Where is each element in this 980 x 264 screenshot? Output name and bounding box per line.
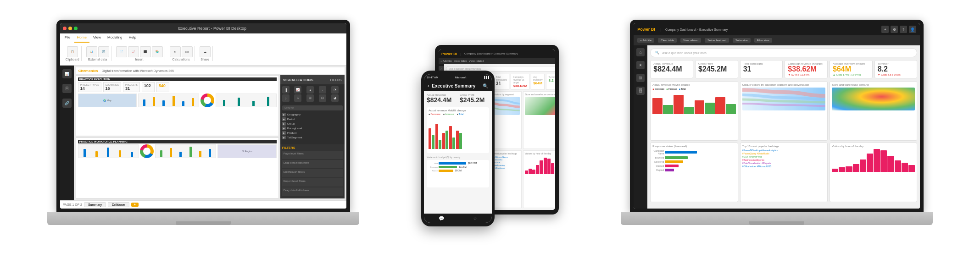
- summary-tab[interactable]: Summary: [84, 202, 106, 207]
- svc-mom-bars: [652, 91, 735, 114]
- phone-signal-icon: ▐▐▐: [483, 76, 489, 79]
- workforce-bar-2[interactable]: [155, 144, 216, 158]
- group-icon: ▶: [282, 122, 286, 126]
- field-tailsegment[interactable]: ▶ TailSegment: [282, 135, 343, 140]
- refresh-button[interactable]: 🔄: [98, 46, 109, 57]
- report-drag-zone[interactable]: Drag data fields here: [282, 187, 343, 196]
- kpi-540: 540: [156, 82, 169, 92]
- laptop-left-screen-housing: Executive Report - Power BI Desktop File…: [56, 20, 350, 212]
- toolbar-set-featured[interactable]: Set as featured: [705, 38, 729, 43]
- field-pricinglabel[interactable]: ▶ PricingLevel: [282, 126, 343, 131]
- toolbar-subscribe[interactable]: Subscribe: [733, 38, 751, 43]
- page-filter-zone[interactable]: Page level filters: [282, 151, 343, 159]
- tablet-topbar: Power BI | Company Dashboard > Executive…: [439, 50, 555, 58]
- fields-search-input[interactable]: [282, 105, 343, 110]
- viz-table[interactable]: ⊞: [306, 94, 314, 102]
- publish-button[interactable]: ☁: [200, 46, 211, 57]
- canvas-subtitle: Digital transformation with Microsoft Dy…: [102, 69, 174, 72]
- bar-chart-1[interactable]: [138, 94, 199, 107]
- toolbar-item-3[interactable]: View related: [469, 60, 484, 62]
- new-page-button[interactable]: 📄: [116, 46, 127, 57]
- search-icon[interactable]: 🔍: [483, 83, 488, 88]
- phone-screen: 10:47 AM Microsoft ▐▐▐ ‹ Executive Summa…: [424, 74, 492, 223]
- viz-panel-header: VISUALIZATIONS FIELDS: [280, 75, 345, 84]
- workforce-section: PRACTICE WORKFORCE PLANNING: [76, 138, 279, 198]
- workforce-map[interactable]: 🗺 Region: [217, 144, 277, 158]
- viz-matrix[interactable]: ⊟: [319, 94, 326, 102]
- paste-button[interactable]: 📋: [67, 46, 78, 57]
- bar-chart-2[interactable]: [216, 94, 277, 107]
- minimize-dot[interactable]: [68, 27, 72, 30]
- donut-chart-2[interactable]: [140, 144, 154, 158]
- drillthrough-zone[interactable]: Drillthrough filters: [282, 169, 343, 177]
- laptop-right: Power BI | Company Dashboard > Executive…: [621, 20, 933, 244]
- service-apps-icon[interactable]: ⊞: [636, 74, 645, 82]
- mom-legend: ■ Decrease ■ Increase ■ Total: [652, 88, 735, 90]
- user-icon[interactable]: 👤: [909, 26, 916, 33]
- maximize-dot[interactable]: [74, 27, 78, 30]
- tablet-kpi-campaign-rev: Campaign revenue vs target $38.62M: [511, 74, 529, 90]
- workforce-bar-1[interactable]: [78, 144, 139, 158]
- viz-pie[interactable]: ◔: [331, 86, 339, 94]
- toolbar-item-2[interactable]: Clear table: [454, 60, 467, 62]
- phone-time: 10:47 AM: [427, 76, 438, 79]
- viz-scatter[interactable]: ◦: [319, 86, 326, 94]
- kpi-countries: COUNTRIES 16: [103, 82, 121, 92]
- workforce-charts: 🗺 Region: [78, 144, 277, 158]
- toolbar-item-1[interactable]: + Add tile: [440, 60, 452, 62]
- close-dot[interactable]: [63, 27, 67, 30]
- visuals-button[interactable]: 📈: [128, 46, 139, 57]
- help-icon[interactable]: ?: [900, 26, 907, 33]
- phone-body: 10:47 AM Microsoft ▐▐▐ ‹ Executive Summa…: [421, 71, 495, 226]
- viz-funnel[interactable]: ▽: [294, 94, 301, 102]
- viz-donut[interactable]: ○: [282, 94, 290, 102]
- world-map-chart[interactable]: 🌍 Map: [78, 94, 137, 107]
- laptop-right-base: [621, 212, 933, 225]
- sidebar-data-icon[interactable]: 🗄: [62, 84, 72, 93]
- service-home-icon[interactable]: ⌂: [636, 48, 645, 56]
- add-page-button[interactable]: +: [131, 203, 139, 207]
- tab-home[interactable]: Home: [74, 34, 89, 43]
- field-group[interactable]: ▶ Group: [282, 121, 343, 126]
- phone-chart-title: Actual revenue MoM% change: [429, 109, 487, 112]
- toolbar-clear-table[interactable]: Clear table: [658, 38, 677, 43]
- shapes-button[interactable]: ⬛: [140, 46, 151, 57]
- sidebar-report-icon[interactable]: 📊: [62, 69, 72, 78]
- tab-help[interactable]: Help: [126, 34, 139, 43]
- calc-label: Calculations: [173, 58, 190, 61]
- tab-view[interactable]: View: [90, 34, 104, 43]
- add-tile-icon[interactable]: +: [881, 26, 889, 33]
- service-breadcrumb: Company Dashboard > Executive Summary: [665, 28, 879, 31]
- toolbar-add-tile[interactable]: + Add tile: [637, 38, 654, 43]
- qa-bar[interactable]: 🔍 Ask a question about your data: [650, 48, 917, 57]
- report-filter-zone[interactable]: Report level filters: [282, 178, 343, 187]
- service-fav-icon[interactable]: ★: [636, 61, 645, 69]
- viz-gauge[interactable]: ◕: [331, 94, 339, 102]
- sidebar-model-icon[interactable]: 🔗: [62, 99, 72, 108]
- comment-icon[interactable]: 💬: [439, 216, 444, 221]
- new-column-button[interactable]: col: [182, 46, 193, 57]
- field-product[interactable]: ▶ Product: [282, 131, 343, 135]
- back-icon[interactable]: ‹: [428, 83, 429, 88]
- get-data-button[interactable]: 📊: [86, 46, 97, 57]
- field-period[interactable]: ▶ Period: [282, 117, 343, 121]
- phone-second-chart: USA $82.22M Germany $11.6M: [427, 160, 489, 187]
- drilldown-tab[interactable]: Drilldown: [108, 202, 129, 207]
- service-data-icon[interactable]: 🗄: [636, 87, 645, 95]
- page-drag-zone[interactable]: Drag data fields here: [282, 160, 343, 168]
- favorite-icon[interactable]: ☆: [473, 216, 477, 221]
- viz-bar[interactable]: ▐: [282, 86, 290, 94]
- tab-modeling[interactable]: Modeling: [105, 34, 125, 43]
- viz-area[interactable]: ▲: [306, 86, 314, 94]
- viz-line[interactable]: 📈: [294, 86, 301, 94]
- tab-file[interactable]: File: [62, 34, 73, 43]
- new-measure-button[interactable]: fx: [170, 46, 181, 57]
- phone-nav-title: Executive Summary: [432, 83, 480, 88]
- phone-metric-revenue: Actual Revenue $824.4M: [427, 94, 456, 104]
- toolbar-filter[interactable]: Filter view: [754, 38, 772, 43]
- marketplace-button[interactable]: 🏪: [152, 46, 163, 57]
- toolbar-view-related[interactable]: View related: [680, 38, 701, 43]
- field-geography[interactable]: ▶ Geography: [282, 112, 343, 117]
- settings-icon[interactable]: ⚙: [891, 26, 898, 33]
- donut-chart-1[interactable]: [200, 94, 214, 107]
